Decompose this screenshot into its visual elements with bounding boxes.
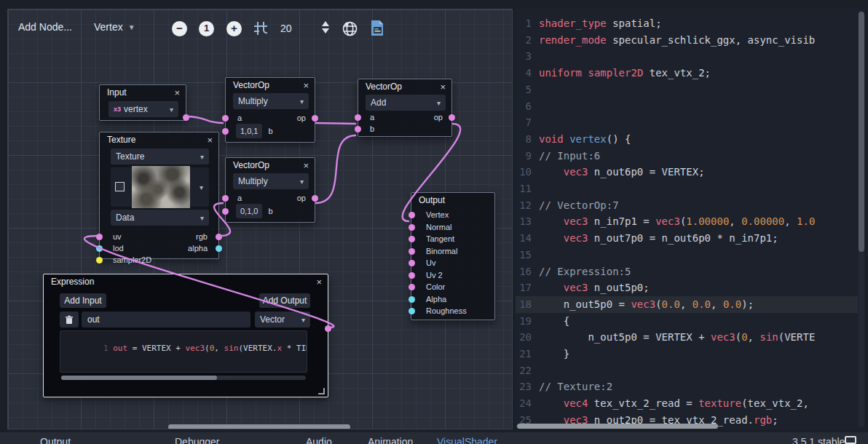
tab-visualshader[interactable]: VisualShader xyxy=(437,436,497,444)
noise-texture-preview[interactable] xyxy=(132,166,190,208)
code-line: 4uniform sampler2D tex_vtx_2; xyxy=(516,65,858,82)
tab-debugger[interactable]: Debugger xyxy=(175,436,220,444)
expand-bottom-panel-icon[interactable] xyxy=(845,436,856,444)
close-icon[interactable]: × xyxy=(440,82,446,92)
code-line: 21 } xyxy=(516,346,858,362)
graph-toolbar: Add Node... Vertex ▼ − 1 + 20 xyxy=(8,9,512,44)
port-texture-uv-in[interactable] xyxy=(96,234,103,240)
node-expression[interactable]: Expression × Add Input Add Output out Ve… xyxy=(43,274,328,397)
port-output-binormal-in[interactable] xyxy=(409,248,415,255)
close-icon[interactable]: × xyxy=(174,88,180,98)
port-output-uv2-in[interactable] xyxy=(409,272,415,279)
vectorop-add-operation-value: Add xyxy=(371,98,386,108)
port-vectorop2-op-out[interactable] xyxy=(312,195,318,202)
spinner-down-icon[interactable] xyxy=(322,28,329,33)
port-vectorop-add-b-in[interactable] xyxy=(355,126,361,132)
expression-hscrollbar[interactable] xyxy=(61,376,306,380)
zoom-out-button[interactable]: − xyxy=(172,21,187,36)
port-output-roughness-in[interactable] xyxy=(409,308,415,314)
close-icon[interactable]: × xyxy=(303,81,309,90)
port-texture-sampler-in[interactable] xyxy=(96,257,103,263)
code-vscrollbar[interactable] xyxy=(859,11,864,427)
output-port-row: Tangent xyxy=(411,233,494,245)
vectorop1-operation-dropdown[interactable]: Multiply ▾ xyxy=(233,93,309,109)
snap-distance-value[interactable]: 20 xyxy=(280,23,292,34)
port-output-normal-in[interactable] xyxy=(409,224,415,231)
snap-distance-spinner[interactable] xyxy=(322,21,329,33)
delete-output-button[interactable] xyxy=(60,312,79,328)
engine-version-label: 3.5.1.stable xyxy=(792,436,845,444)
zoom-reset-button[interactable]: 1 xyxy=(199,21,214,36)
spinner-up-icon[interactable] xyxy=(322,21,329,26)
add-output-button[interactable]: Add Output xyxy=(259,293,310,308)
node-vectorop-multiply-2[interactable]: VectorOp × Multiply ▾ a op 0,1,0 b xyxy=(225,157,315,223)
node-vectorop-add-title: VectorOp xyxy=(366,82,402,92)
shader-graph-canvas[interactable]: Add Node... Vertex ▼ − 1 + 20 xyxy=(7,9,513,429)
tab-animation[interactable]: Animation xyxy=(368,436,413,444)
code-hscrollbar-thumb[interactable] xyxy=(517,424,718,429)
port-output-tangent-in[interactable] xyxy=(409,236,415,242)
texture-source-dropdown[interactable]: Texture ▾ xyxy=(111,148,209,164)
vectorop1-b-default[interactable]: 1,0,1 xyxy=(236,124,262,138)
port-label-alpha: alpha xyxy=(188,244,208,253)
port-input-vertex-out[interactable] xyxy=(183,114,189,121)
code-line: 10 vec3 n_out6p0 = VERTEX; xyxy=(516,164,858,181)
output-port-row: Vertex xyxy=(411,209,494,221)
code-line: 6 xyxy=(516,98,858,115)
close-icon[interactable]: × xyxy=(207,135,213,145)
wire-multiply1-to-add-a xyxy=(315,123,356,124)
port-vectorop2-b-in[interactable] xyxy=(222,208,229,215)
snap-grid-toggle[interactable] xyxy=(253,20,269,36)
chevron-down-icon: ▾ xyxy=(170,106,173,114)
expression-output-type-dropdown[interactable]: Vector ▾ xyxy=(255,312,310,328)
port-label: Vertex xyxy=(426,210,449,219)
close-icon[interactable]: × xyxy=(303,161,309,170)
vectorop2-operation-dropdown[interactable]: Multiply ▾ xyxy=(233,173,309,189)
port-vectorop1-op-out[interactable] xyxy=(312,115,318,122)
shader-stage-dropdown[interactable]: Vertex ▼ xyxy=(94,21,135,33)
port-label-op: op xyxy=(434,113,443,122)
texture-resource-picker[interactable]: ▾ xyxy=(111,167,209,207)
generated-shader-code-button[interactable] xyxy=(369,20,385,37)
node-vectorop-add[interactable]: VectorOp × Add ▾ a op b xyxy=(358,79,452,137)
port-vectorop1-a-in[interactable] xyxy=(222,115,229,122)
zoom-in-button[interactable]: + xyxy=(226,21,242,36)
port-vectorop-add-a-in[interactable] xyxy=(355,114,361,121)
port-vectorop2-a-in[interactable] xyxy=(222,195,229,202)
expression-code-editor[interactable]: 1 out = VERTEX + vec3(0, sin(VERTEX.x * … xyxy=(60,330,307,373)
wire-multiply2-to-add-b xyxy=(315,135,356,203)
port-vectorop-add-op-out[interactable] xyxy=(449,114,455,121)
graph-hscrollbar-thumb[interactable] xyxy=(168,424,350,429)
code-vscrollbar-thumb[interactable] xyxy=(859,12,864,252)
material-preview-toggle[interactable] xyxy=(341,20,359,38)
add-node-button[interactable]: Add Node... xyxy=(18,21,72,33)
vectorop-add-operation-dropdown[interactable]: Add ▾ xyxy=(366,95,446,111)
vectorop2-b-default[interactable]: 0,1,0 xyxy=(236,204,262,218)
output-port-row: Roughness xyxy=(411,305,494,317)
port-output-vertex-in[interactable] xyxy=(409,212,415,218)
code-line: 16// Expression:5 xyxy=(516,263,858,280)
node-input[interactable]: Input × x3 vertex ▾ xyxy=(99,84,186,121)
port-output-uv-in[interactable] xyxy=(409,260,415,266)
expression-output-name-field[interactable]: out xyxy=(82,312,250,328)
tab-output[interactable]: Output xyxy=(40,436,71,444)
port-output-alpha-in[interactable] xyxy=(409,296,415,303)
add-input-button[interactable]: Add Input xyxy=(60,293,106,308)
node-output[interactable]: Output VertexNormalTangentBinormalUvUv 2… xyxy=(411,192,495,320)
close-icon[interactable]: × xyxy=(316,277,322,287)
port-texture-lod-in[interactable] xyxy=(96,245,103,252)
expression-hscrollbar-thumb[interactable] xyxy=(61,376,217,380)
port-texture-rgb-out[interactable] xyxy=(216,234,222,240)
node-expression-title: Expression xyxy=(51,277,94,287)
tab-audio[interactable]: Audio xyxy=(306,436,332,444)
generated-shader-code-panel[interactable]: 1shader_type spatial;2render_mode specul… xyxy=(516,9,865,429)
port-texture-alpha-out[interactable] xyxy=(216,245,222,252)
port-vectorop1-b-in[interactable] xyxy=(222,128,229,135)
input-source-dropdown[interactable]: x3 vertex ▾ xyxy=(108,101,178,117)
port-output-color-in[interactable] xyxy=(409,284,415,290)
node-texture[interactable]: Texture × Texture ▾ ▾ Data ▾ uv rgb lod xyxy=(99,132,219,259)
port-expression-out[interactable] xyxy=(325,325,331,332)
texture-data-dropdown[interactable]: Data ▾ xyxy=(111,210,209,226)
node-vectorop-multiply-1[interactable]: VectorOp × Multiply ▾ a op 1,0,1 b xyxy=(225,77,315,143)
expression-resize-handle[interactable] xyxy=(318,388,325,395)
